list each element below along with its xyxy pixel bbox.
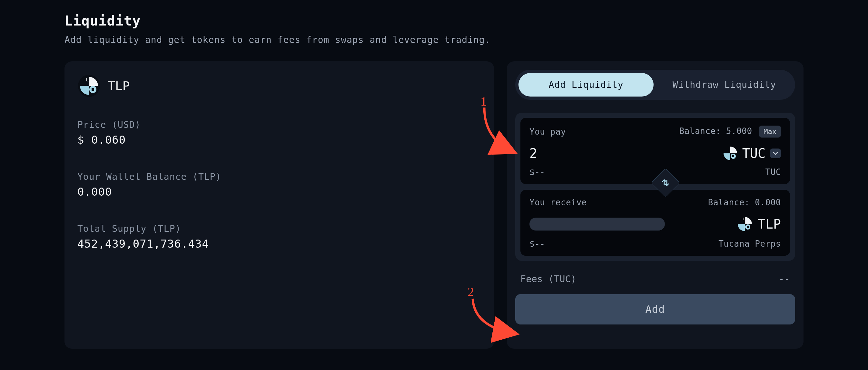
add-button[interactable]: Add [515, 294, 795, 324]
receive-balance: Balance: 0.000 [708, 198, 781, 207]
pay-label: You pay [529, 127, 566, 137]
receive-amount-skeleton [529, 218, 665, 230]
receive-label: You receive [529, 198, 587, 207]
tlp-icon: LP [737, 216, 753, 232]
total-supply-label: Total Supply (TLP) [78, 223, 481, 234]
pay-token-full: TUC [766, 167, 781, 177]
wallet-balance-label: Your Wallet Balance (TLP) [78, 171, 481, 182]
chevron-down-icon [770, 148, 781, 158]
pay-fiat-value: $-- [529, 167, 545, 177]
price-value: $ 0.060 [78, 133, 481, 146]
svg-text:LP: LP [86, 77, 92, 82]
swap-container: You pay Balance: 5.000 Max [515, 113, 795, 261]
max-button[interactable]: Max [759, 125, 781, 138]
swap-arrows-icon [660, 177, 671, 188]
pool-token-symbol: TLP [108, 79, 130, 93]
page-subtitle: Add liquidity and get tokens to earn fee… [64, 34, 804, 45]
tuc-icon [723, 146, 738, 161]
price-label: Price (USD) [78, 119, 481, 130]
receive-token-symbol: TLP [758, 217, 781, 231]
pay-amount-input[interactable] [529, 146, 655, 161]
pool-info-card: LP TLP Price (USD) $ 0.060 Your Wallet B… [64, 61, 494, 349]
receive-token-display: LP TLP [737, 216, 781, 232]
tab-add-liquidity[interactable]: Add Liquidity [519, 73, 654, 96]
liquidity-tabs: Add Liquidity Withdraw Liquidity [515, 70, 795, 100]
pay-token-symbol: TUC [742, 146, 766, 161]
liquidity-form-card: Add Liquidity Withdraw Liquidity You pay… [507, 61, 804, 349]
receive-box: You receive Balance: 0.000 [520, 190, 790, 256]
pay-balance: Balance: 5.000 [679, 126, 752, 136]
fees-value: -- [779, 274, 790, 284]
fees-label: Fees (TUC) [520, 274, 577, 284]
receive-token-full: Tucana Perps [718, 239, 781, 249]
pay-token-selector[interactable]: TUC [723, 146, 781, 161]
svg-rect-2 [92, 88, 94, 91]
page-title: Liquidity [64, 13, 804, 29]
tab-withdraw-liquidity[interactable]: Withdraw Liquidity [657, 73, 792, 96]
svg-text:LP: LP [743, 217, 747, 221]
wallet-balance-value: 0.000 [78, 185, 481, 198]
total-supply-value: 452,439,071,736.434 [78, 237, 481, 250]
pay-box: You pay Balance: 5.000 Max [520, 118, 790, 184]
svg-rect-7 [747, 226, 749, 228]
tlp-icon: LP [78, 74, 101, 97]
svg-rect-5 [732, 155, 734, 157]
receive-fiat-value: $-- [529, 239, 545, 249]
